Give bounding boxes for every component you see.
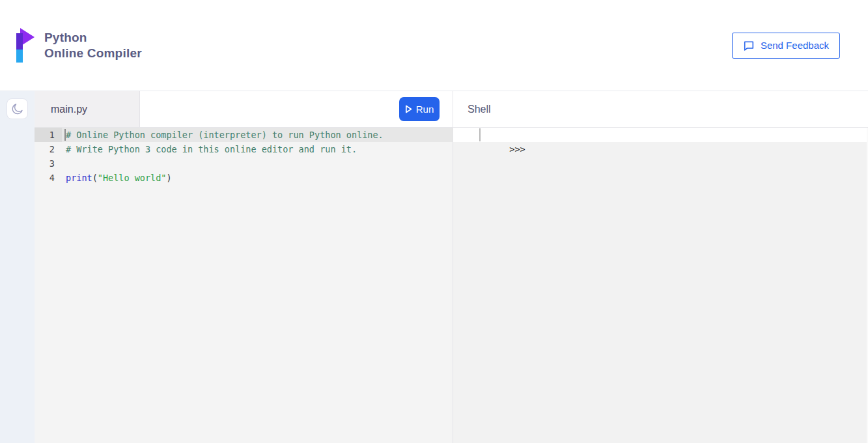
shell-tab-label: Shell <box>468 104 491 115</box>
code-text: # Write Python 3 code in this online edi… <box>62 142 453 156</box>
shell-toolbar: Shell <box>453 91 868 128</box>
line-number: 3 <box>35 156 62 171</box>
theme-toggle-button[interactable] <box>7 98 28 119</box>
code-text <box>62 156 453 171</box>
run-button[interactable]: Run <box>399 97 440 121</box>
play-icon <box>405 105 412 113</box>
shell-output[interactable]: >>> <box>453 128 868 443</box>
workspace: main.py Run 1# Online Python compiler (i… <box>0 91 868 443</box>
logo-title: Python Online Compiler <box>44 30 142 61</box>
line-number: 4 <box>35 171 62 185</box>
send-feedback-button[interactable]: Send Feedback <box>732 33 840 59</box>
code-line[interactable]: 1# Online Python compiler (interpreter) … <box>35 128 453 142</box>
shell-cursor <box>479 128 481 141</box>
sidebar <box>0 91 35 443</box>
code-line[interactable]: 2# Write Python 3 code in this online ed… <box>35 142 453 156</box>
header: Python Online Compiler Send Feedback <box>0 0 868 91</box>
send-feedback-label: Send Feedback <box>761 40 829 51</box>
logo-title-line2: Online Compiler <box>44 46 142 61</box>
app-logo[interactable]: Python Online Compiler <box>16 28 142 63</box>
app-root: Python Online Compiler Send Feedback mai… <box>0 0 868 443</box>
code-area[interactable]: 1# Online Python compiler (interpreter) … <box>35 128 453 443</box>
line-number: 2 <box>35 142 62 156</box>
logo-title-line1: Python <box>44 30 142 46</box>
line-number: 1 <box>35 128 62 142</box>
chat-bubble-icon <box>743 40 755 51</box>
python-compiler-logo-icon <box>16 28 36 63</box>
code-line[interactable]: 4print("Hello world") <box>35 171 453 185</box>
code-text: # Online Python compiler (interpreter) t… <box>62 128 453 142</box>
shell-prompt: >>> <box>509 144 525 154</box>
shell-prompt-line: >>> <box>453 128 867 142</box>
code-text: print("Hello world") <box>62 171 453 185</box>
code-line[interactable]: 3 <box>35 156 453 171</box>
text-cursor <box>64 129 66 141</box>
tab-main-py[interactable]: main.py <box>35 91 140 127</box>
editor-panel: main.py Run 1# Online Python compiler (i… <box>35 91 453 443</box>
file-tab-label: main.py <box>51 104 87 115</box>
editor-toolbar: main.py Run <box>35 91 453 128</box>
moon-icon <box>11 102 24 115</box>
shell-panel: Shell >>> <box>453 91 868 443</box>
run-button-label: Run <box>416 104 434 115</box>
toolbar-spacer <box>140 91 399 127</box>
